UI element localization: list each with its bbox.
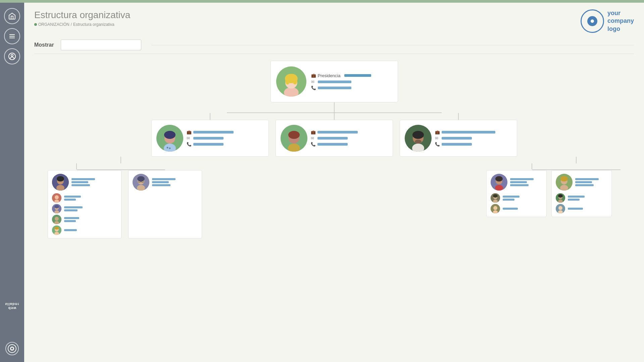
org-chart: 💼 Presidencia ✉ 📞 bbox=[34, 61, 634, 239]
svg-point-15 bbox=[293, 78, 297, 85]
root-role-row: 💼 Presidencia bbox=[311, 73, 392, 78]
right-subtree bbox=[486, 157, 621, 239]
svg-point-70 bbox=[493, 206, 497, 210]
email-icon-l1c: ✉ bbox=[311, 136, 315, 141]
root-email-row: ✉ bbox=[311, 80, 392, 84]
l1-left-email-bar bbox=[193, 137, 224, 140]
svg-point-32 bbox=[412, 131, 424, 139]
breadcrumb-org: ORGANIZACIÓN bbox=[38, 22, 69, 27]
root-phone-bar bbox=[318, 87, 351, 89]
svg-point-23 bbox=[169, 148, 170, 149]
svg-point-34 bbox=[415, 140, 422, 144]
breadcrumb-sep: / bbox=[71, 22, 72, 27]
l1-center-card: 💼 ✉ 📞 bbox=[276, 120, 393, 157]
l1-right-phone-bar bbox=[442, 143, 472, 146]
svg-point-9 bbox=[11, 348, 13, 350]
company-logo-text: your company logo bbox=[607, 9, 634, 33]
svg-point-4 bbox=[11, 54, 13, 56]
phone-icon-l1c: 📞 bbox=[311, 142, 315, 147]
email-icon: ✉ bbox=[311, 80, 316, 84]
l1-left-avatar bbox=[156, 125, 183, 152]
sub-item-1a bbox=[52, 193, 117, 203]
logo-inner-dot bbox=[591, 19, 594, 23]
l1-right-info: 💼 ✉ 📞 bbox=[435, 130, 512, 147]
level2-section bbox=[34, 157, 634, 239]
l1-right-card: 💼 ✉ 📞 bbox=[400, 120, 517, 157]
sidebar-branding: endalia web bbox=[5, 300, 19, 355]
sub-person-r1 bbox=[491, 174, 542, 191]
svg-point-45 bbox=[54, 205, 59, 208]
l1-center-email-bar bbox=[317, 137, 348, 140]
sub-group-right1 bbox=[486, 170, 547, 217]
l1-center-info: 💼 ✉ 📞 bbox=[311, 130, 388, 147]
sub-item-r2a bbox=[556, 193, 607, 203]
phone-icon-l1r: 📞 bbox=[435, 142, 440, 147]
svg-point-14 bbox=[285, 78, 290, 85]
svg-point-38 bbox=[57, 176, 64, 182]
svg-point-75 bbox=[560, 176, 568, 182]
svg-point-56 bbox=[137, 176, 145, 182]
sub-person-r1-info bbox=[510, 178, 534, 186]
right-sub-row bbox=[486, 170, 612, 217]
svg-point-27 bbox=[288, 131, 300, 139]
sub-person-2-info bbox=[152, 178, 176, 186]
home-icon[interactable] bbox=[4, 8, 20, 24]
page-title-block: Estructura organizativa ORGANIZACIÓN / E… bbox=[34, 9, 130, 27]
root-phone-row: 📞 bbox=[311, 86, 392, 90]
filter-input[interactable] bbox=[61, 40, 141, 50]
menu-icon[interactable] bbox=[4, 28, 20, 44]
endalia-brand: endalia web bbox=[5, 300, 19, 355]
briefcase-icon-l1r: 💼 bbox=[435, 130, 440, 135]
l1-left-info: 💼 ✉ 📞 bbox=[187, 130, 264, 147]
sub-person-1-info bbox=[71, 178, 95, 186]
l1-left-phone-bar bbox=[193, 143, 224, 146]
root-role-text: Presidencia bbox=[318, 73, 341, 78]
filter-label: Mostrar bbox=[34, 42, 54, 48]
svg-point-68 bbox=[493, 194, 498, 198]
l1-right-email-bar bbox=[442, 137, 472, 140]
svg-point-79 bbox=[558, 194, 563, 198]
header: Estructura organizativa ORGANIZACIÓN / E… bbox=[34, 9, 634, 33]
root-avatar bbox=[276, 66, 306, 97]
svg-text:web: web bbox=[8, 306, 16, 310]
l1-center-avatar bbox=[281, 125, 307, 152]
svg-text:endalia: endalia bbox=[5, 302, 19, 306]
root-card: 💼 Presidencia ✉ 📞 bbox=[270, 61, 398, 102]
sub-person-2 bbox=[133, 174, 198, 191]
l1-left-email-row: ✉ bbox=[187, 136, 264, 141]
root-connector bbox=[34, 102, 634, 112]
breadcrumb-dot bbox=[34, 23, 37, 26]
main-content: Estructura organizativa ORGANIZACIÓN / E… bbox=[24, 3, 644, 362]
sub-group-left bbox=[48, 170, 121, 239]
sub-item-1d bbox=[52, 225, 117, 235]
sub1-role-bar bbox=[71, 181, 88, 183]
root-card-info: 💼 Presidencia ✉ 📞 bbox=[311, 73, 392, 90]
breadcrumb: ORGANIZACIÓN / Estructura organizativa bbox=[34, 22, 130, 27]
root-email-bar bbox=[318, 81, 351, 83]
l1-branch-right: 💼 ✉ 📞 bbox=[396, 113, 521, 157]
svg-point-22 bbox=[166, 147, 168, 149]
root-level: 💼 Presidencia ✉ 📞 bbox=[34, 61, 634, 102]
email-icon-l1l: ✉ bbox=[187, 136, 191, 141]
svg-point-47 bbox=[55, 217, 59, 221]
l1-left-role-row: 💼 bbox=[187, 130, 264, 135]
l1-branch-center: 💼 ✉ 📞 bbox=[272, 113, 396, 157]
svg-point-52 bbox=[54, 227, 59, 229]
sub1-name-bar bbox=[71, 178, 95, 180]
l1-right-avatar bbox=[405, 125, 432, 152]
sub-item-1b bbox=[52, 204, 117, 213]
breadcrumb-current: Estructura organizativa bbox=[73, 22, 114, 27]
logo-circle-icon bbox=[581, 9, 604, 33]
l1-left-name-bar bbox=[193, 131, 234, 134]
sub1-dept-bar bbox=[71, 184, 90, 186]
user-circle-icon[interactable] bbox=[4, 48, 20, 64]
phone-icon-l1l: 📞 bbox=[187, 142, 191, 147]
l1-center-phone-bar bbox=[317, 143, 348, 146]
sub-item-r1b bbox=[491, 204, 542, 213]
sub-item-r2b bbox=[556, 204, 607, 213]
briefcase-icon-l1l: 💼 bbox=[187, 130, 191, 135]
sidebar: endalia web bbox=[0, 0, 24, 362]
svg-point-63 bbox=[495, 176, 503, 182]
left-subtree bbox=[48, 157, 212, 239]
logo-inner-circle bbox=[587, 16, 597, 26]
